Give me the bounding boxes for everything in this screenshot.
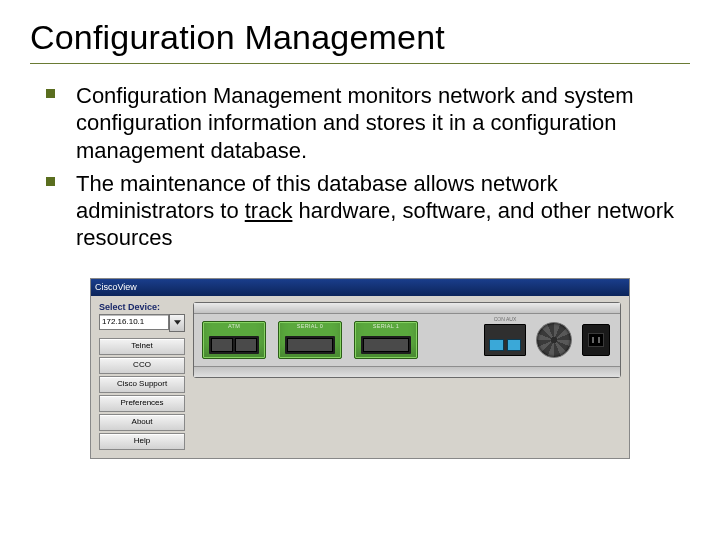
select-device-label: Select Device:	[99, 302, 185, 312]
serial0-module[interactable]: SERIAL 0	[278, 321, 342, 359]
power-inlet	[582, 324, 610, 356]
window-body: Select Device: 172.16.10.1 Telnet CCO Ci…	[91, 296, 629, 458]
device-select[interactable]: 172.16.10.1	[99, 314, 185, 332]
chassis-fan-icon	[536, 322, 572, 358]
preferences-button[interactable]: Preferences	[99, 395, 185, 412]
bullet-item: Configuration Management monitors networ…	[76, 82, 680, 164]
window-title: CiscoView	[95, 282, 137, 292]
bullet-item: The maintenance of this database allows …	[76, 170, 680, 252]
serial1-module[interactable]: SERIAL 1	[354, 321, 418, 359]
dropdown-button[interactable]	[169, 314, 185, 332]
telnet-button[interactable]: Telnet	[99, 338, 185, 355]
bullet-list: Configuration Management monitors networ…	[30, 82, 690, 252]
module-ports	[361, 336, 411, 354]
ciscoview-window: CiscoView Select Device: 172.16.10.1 Tel…	[90, 278, 630, 459]
chassis-slots: ATM SERIAL 0 SERIAL 1	[194, 314, 620, 366]
cisco-support-button[interactable]: Cisco Support	[99, 376, 185, 393]
bullet-square-icon	[46, 89, 55, 98]
chassis-bottom-rail	[194, 366, 620, 377]
iec-inlet-icon	[588, 333, 604, 347]
atm-module[interactable]: ATM	[202, 321, 266, 359]
chevron-down-icon	[174, 320, 181, 325]
cco-button[interactable]: CCO	[99, 357, 185, 374]
router-chassis: ATM SERIAL 0 SERIAL 1	[193, 302, 621, 378]
module-ports	[285, 336, 335, 354]
about-button[interactable]: About	[99, 414, 185, 431]
svg-marker-0	[174, 320, 181, 324]
device-view: ATM SERIAL 0 SERIAL 1	[193, 302, 621, 450]
chassis-right: CON AUX	[484, 322, 610, 358]
console-aux-block[interactable]: CON AUX	[484, 324, 526, 356]
bullet-text: Configuration Management monitors networ…	[76, 83, 634, 163]
bullet-square-icon	[46, 177, 55, 186]
slide-title: Configuration Management	[30, 18, 690, 57]
underlined-word: track	[245, 198, 293, 223]
device-select-value[interactable]: 172.16.10.1	[99, 314, 169, 330]
bullet-text: The maintenance of this database allows …	[76, 171, 674, 251]
slide: Configuration Management Configuration M…	[0, 0, 720, 540]
title-underline	[30, 63, 690, 64]
chassis-top-rail	[194, 303, 620, 314]
side-panel: Select Device: 172.16.10.1 Telnet CCO Ci…	[99, 302, 185, 450]
console-ports	[489, 339, 521, 351]
help-button[interactable]: Help	[99, 433, 185, 450]
device-figure: CiscoView Select Device: 172.16.10.1 Tel…	[90, 278, 630, 459]
module-ports	[209, 336, 259, 354]
window-titlebar: CiscoView	[91, 279, 629, 296]
